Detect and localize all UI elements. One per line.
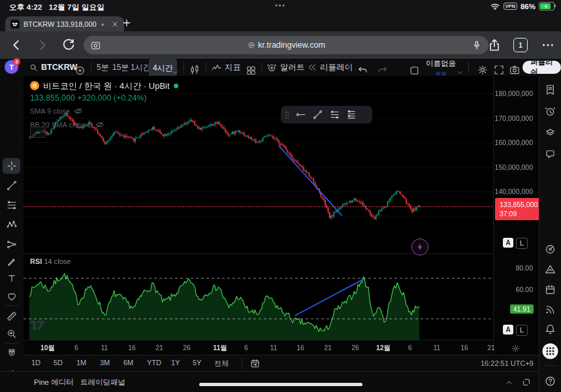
price-tick: 150,000,000 <box>495 163 533 171</box>
time-axis-label: 26 <box>183 344 191 351</box>
crosshair-tool-icon[interactable] <box>6 160 18 172</box>
symbol-label: BTCKRW <box>41 63 77 72</box>
tab-switcher-icon[interactable]: 1 <box>513 38 528 52</box>
apps-grid-icon[interactable] <box>542 343 558 359</box>
text-tool-icon[interactable] <box>6 272 18 284</box>
go-to-date-icon[interactable] <box>249 358 261 369</box>
url-text[interactable]: kr.tradingview.com <box>101 41 472 50</box>
timeframe-15m[interactable]: 15분 <box>112 59 129 76</box>
chat-icon[interactable] <box>544 148 556 160</box>
rsi-legend[interactable]: RSI 14 close <box>30 257 71 265</box>
layout-name: 이름없음 <box>426 60 456 68</box>
clock-timezone[interactable]: 16:22:51 UTC+9 <box>481 359 534 367</box>
status-date: 12월 7일 일요일 <box>49 3 104 11</box>
trend-line-tool-icon[interactable] <box>6 180 18 191</box>
panel-maximize-icon[interactable] <box>521 377 532 387</box>
pane-separator[interactable] <box>24 253 539 254</box>
emoji-heart-tool-icon[interactable] <box>6 291 18 302</box>
browser-tab[interactable]: BTCKRW 133,918,000 ▲ <box>5 16 124 31</box>
timeframe-5m[interactable]: 5분 <box>97 59 109 76</box>
last-price-label: 133,855,000 37:09 <box>495 198 543 220</box>
indicator-sma-row[interactable]: SMA 9 close <box>30 106 178 116</box>
tab-close-icon[interactable] <box>111 20 119 28</box>
range-1y[interactable]: 1Y <box>171 359 180 367</box>
voice-search-icon[interactable] <box>472 40 482 50</box>
range-5y[interactable]: 5Y <box>193 359 201 367</box>
xabcd-pattern-tool-icon[interactable] <box>6 219 18 231</box>
time-axis-label: 16 <box>128 344 136 351</box>
floating-favorites-toolbar[interactable] <box>281 106 372 123</box>
range-3m[interactable]: 3M <box>100 359 110 367</box>
new-tab-icon[interactable] <box>121 18 132 28</box>
rsi-log-scale-badge[interactable]: L <box>516 325 528 336</box>
browser-menu-icon[interactable] <box>541 38 555 52</box>
layout-name-button[interactable]: 이름없음 저장 <box>426 60 456 77</box>
avatar[interactable]: T 2 <box>5 60 18 74</box>
forecast-tool-icon[interactable] <box>6 238 18 250</box>
site-info-icon[interactable] <box>248 41 255 49</box>
brush-tool-icon[interactable] <box>6 256 18 268</box>
time-axis-label: 10월 <box>40 344 55 353</box>
range-1d[interactable]: 1D <box>31 359 40 367</box>
range-1m[interactable]: 1M <box>76 359 86 367</box>
tab-trading-panel[interactable]: 트레이딩패널 <box>80 378 125 387</box>
time-axis-label: 21 <box>487 344 495 351</box>
home-indicator[interactable] <box>199 383 362 386</box>
battery-percent: 86% <box>521 3 536 10</box>
lens-icon[interactable] <box>90 40 101 51</box>
range-6m[interactable]: 6M <box>123 359 133 367</box>
rsi-chart-canvas[interactable] <box>24 253 493 340</box>
auto-scale-badge[interactable]: A <box>503 238 513 248</box>
reload-icon[interactable] <box>61 38 76 52</box>
indicators-button[interactable]: 지표 <box>211 59 241 76</box>
forward-icon[interactable] <box>35 38 50 52</box>
help-icon[interactable] <box>544 375 556 387</box>
time-axis-label: 6 <box>74 344 78 351</box>
status-time: 오후 4:22 <box>9 3 42 11</box>
panel-expand-chevron-icon[interactable] <box>504 378 514 387</box>
legend-collapse-button[interactable] <box>30 127 46 138</box>
price-axis[interactable]: 180,000,000 170,000,000 160,000,000 150,… <box>493 76 539 355</box>
omnibox[interactable]: kr.tradingview.com <box>84 36 489 54</box>
eye-off-icon[interactable] <box>95 120 104 129</box>
trend-line-fav-icon[interactable] <box>312 109 323 120</box>
fib-retracement-fav-icon[interactable] <box>329 109 340 120</box>
ideas-icon[interactable] <box>544 263 556 276</box>
rsi-auto-scale-badge[interactable]: A <box>503 325 513 335</box>
time-axis[interactable]: 10월61116212611월61116212612월6111621 <box>24 340 493 355</box>
tab-pine-editor[interactable]: Pine 에디터 <box>34 378 74 387</box>
alerts-clock-icon[interactable] <box>544 105 556 118</box>
publish-button[interactable]: 퍼블리쉬 <box>522 61 561 74</box>
trend-fib-extension-fav-icon[interactable] <box>346 109 357 120</box>
rsi-value-label: 41.91 <box>510 304 534 314</box>
indicator-bb-row[interactable]: BB 20 SMA close 2 <box>30 120 178 129</box>
range-5d[interactable]: 5D <box>54 359 63 367</box>
timeframe-1h[interactable]: 1시간 <box>131 59 151 76</box>
fib-retracement-tool-icon[interactable] <box>6 199 18 211</box>
axis-settings-gear-icon[interactable] <box>511 344 521 353</box>
legend-price-change: 133,855,000 +320,000 (+0.24%) <box>30 94 178 102</box>
horizontal-line-tool-icon[interactable] <box>295 109 306 120</box>
back-icon[interactable] <box>9 38 24 52</box>
share-icon[interactable] <box>487 38 502 52</box>
alert-button[interactable]: 알러트 <box>266 59 305 76</box>
screener-radar-icon[interactable] <box>544 243 556 255</box>
notifications-bell-icon[interactable] <box>544 323 556 335</box>
drag-handle-icon[interactable] <box>285 111 289 119</box>
watchlist-icon[interactable] <box>544 84 556 96</box>
replay-button[interactable]: 리플레이 <box>307 59 353 76</box>
legend-title[interactable]: 비트코인 / 한국 원 · 4시간 · UpBit <box>43 82 170 90</box>
range-ytd[interactable]: YTD <box>147 359 161 367</box>
magnet-mode-icon[interactable] <box>6 348 18 359</box>
symbol-search-button[interactable]: BTCKRW <box>29 59 77 76</box>
calendar-icon[interactable] <box>544 284 556 296</box>
measure-ruler-tool-icon[interactable] <box>6 310 18 322</box>
time-axis-label: 16 <box>460 344 468 351</box>
range-all[interactable]: 전체 <box>214 359 229 368</box>
log-scale-badge[interactable]: L <box>516 238 528 249</box>
eye-off-icon[interactable] <box>74 106 83 116</box>
news-feed-icon[interactable] <box>544 303 556 316</box>
zoom-in-tool-icon[interactable] <box>6 328 18 340</box>
object-tree-layers-icon[interactable] <box>544 126 556 139</box>
instant-trading-bolt-button[interactable] <box>411 238 428 255</box>
